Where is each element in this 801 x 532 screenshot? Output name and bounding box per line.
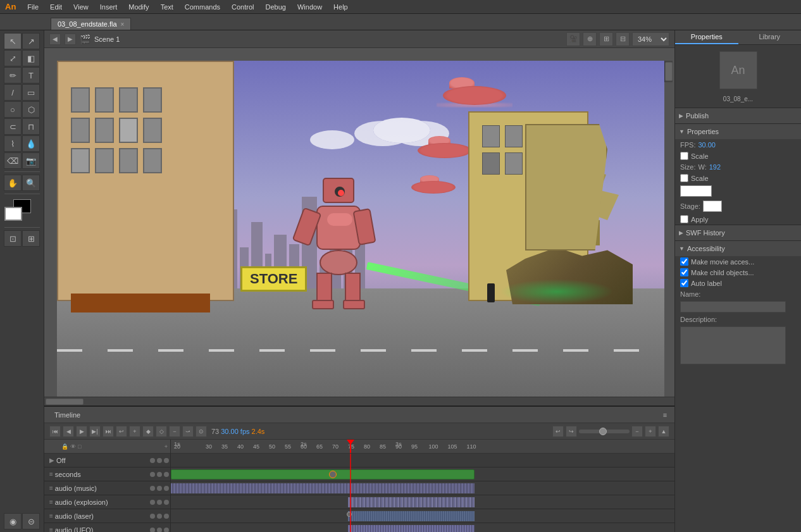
step-forward-btn[interactable]: ▶| <box>89 426 101 437</box>
width-value[interactable]: 192 <box>709 163 721 171</box>
vertical-scrollbar[interactable] <box>664 61 673 82</box>
main-layout: ↖ ↗ ⤢ ◧ ✏ T / ▭ ○ ⬡ ⊂ ⊓ ⌇ 💧 ⌫ 📷 <box>0 30 801 532</box>
layer-audio-music[interactable]: ≡ audio (music) <box>44 481 170 495</box>
layer-seconds[interactable]: ≡ seconds <box>44 467 170 481</box>
onion-btn[interactable]: ⊙ <box>196 426 207 437</box>
auto-label-checkbox[interactable] <box>680 279 688 287</box>
accessibility-section-header[interactable]: ▼ Accessibility <box>675 241 801 256</box>
go-to-last-frame-btn[interactable]: ⏭ <box>102 426 114 437</box>
timeline-options-btn[interactable]: ▲ <box>658 426 669 437</box>
accessibility-arrow-icon: ▼ <box>679 245 685 252</box>
scale-checkbox-1[interactable] <box>680 152 688 160</box>
menu-file[interactable]: File <box>22 2 44 12</box>
tween-btn[interactable]: ⤻ <box>182 426 194 437</box>
go-to-first-frame-btn[interactable]: ⏮ <box>49 426 61 437</box>
stage-swatch[interactable] <box>703 201 722 212</box>
stage-container[interactable]: STORE <box>44 48 674 397</box>
scale-checkbox-2[interactable] <box>680 174 688 182</box>
clip-btn[interactable]: ⊟ <box>616 32 630 46</box>
smooth-tool[interactable]: ⊞ <box>22 230 40 247</box>
layer-off[interactable]: ▶ Off <box>44 454 170 467</box>
play-btn[interactable]: ▶ <box>76 426 87 437</box>
description-textarea[interactable] <box>680 326 786 364</box>
add-blank-keyframe-btn[interactable]: ◇ <box>156 426 167 437</box>
center-stage-btn[interactable]: ⊞ <box>599 32 613 46</box>
make-child-checkbox[interactable] <box>680 268 688 276</box>
gradient-tool[interactable]: ◧ <box>22 50 40 66</box>
menu-window[interactable]: Window <box>292 2 327 12</box>
desc-label: Description: <box>680 316 717 323</box>
timeline-collapse-btn[interactable]: ≡ <box>661 411 669 419</box>
oval-tool[interactable]: ○ <box>4 101 22 118</box>
eyedropper-tool[interactable]: 💧 <box>22 135 40 152</box>
layer-audio-ufo[interactable]: ≡ audio (UFO) <box>44 523 170 532</box>
camera-icon[interactable]: 🎥 <box>566 32 580 46</box>
zoom-tool[interactable]: 🔍 <box>22 175 40 191</box>
apply-checkbox[interactable] <box>680 215 688 223</box>
fill-color-swatch[interactable] <box>4 207 22 221</box>
menu-commands[interactable]: Commands <box>180 2 225 12</box>
add-layer-btn[interactable]: + <box>165 443 168 450</box>
text-tool[interactable]: T <box>22 67 40 84</box>
stage-color-swatch[interactable] <box>680 185 712 197</box>
camera-tool[interactable]: 📷 <box>22 152 40 169</box>
eraser-tool[interactable]: ⌫ <box>4 152 22 169</box>
menu-control[interactable]: Control <box>227 2 259 12</box>
snap-tool[interactable]: ⊡ <box>4 230 22 247</box>
name-input[interactable] <box>680 301 786 312</box>
remove-frame-btn[interactable]: − <box>169 426 180 437</box>
undo-btn[interactable]: ↩ <box>552 426 564 437</box>
nav-back-btn[interactable]: ◀ <box>49 34 61 45</box>
step-back-btn[interactable]: ◀ <box>63 426 74 437</box>
line-tool[interactable]: / <box>4 84 22 101</box>
layer-audio-explosion[interactable]: ≡ audio (explosion) <box>44 495 170 509</box>
publish-section-header[interactable]: ▶ Publish <box>675 108 801 123</box>
add-keyframe-btn[interactable]: ◆ <box>142 426 154 437</box>
free-transform-tool[interactable]: ⤢ <box>4 50 22 66</box>
layer-ufo-dot2 <box>157 528 162 533</box>
layer-audio-laser[interactable]: ≡ audio (laser) <box>44 509 170 523</box>
nav-forward-btn[interactable]: ▶ <box>65 34 76 45</box>
zoom-slider[interactable] <box>579 430 630 433</box>
ruler-tick-110: 110 <box>466 443 476 450</box>
frames-area[interactable]: 20 30 35 40 45 50 55 60 65 70 75 <box>171 440 674 532</box>
paint-bucket-tool[interactable]: ⊓ <box>22 118 40 135</box>
hand-tool[interactable]: ✋ <box>4 175 22 191</box>
subselection-tool[interactable]: ↗ <box>22 33 40 49</box>
fps-value[interactable]: 30.00 <box>698 141 716 149</box>
horizontal-scrollbar[interactable] <box>44 397 674 405</box>
asset-tool-2[interactable]: ⊝ <box>22 513 40 529</box>
tab-close-btn[interactable]: × <box>121 21 125 28</box>
scale-label-1: Scale <box>691 152 709 160</box>
file-tab[interactable]: 03_08_endstate.fla × <box>51 18 131 30</box>
menu-text[interactable]: Text <box>156 2 178 12</box>
tab-library[interactable]: Library <box>738 30 802 44</box>
brush-tool[interactable]: ⊂ <box>4 118 22 135</box>
menu-help[interactable]: Help <box>328 2 353 12</box>
menu-modify[interactable]: Modify <box>123 2 154 12</box>
selection-tool[interactable]: ↖ <box>4 33 22 49</box>
ink-tool[interactable]: ⌇ <box>4 135 22 152</box>
timeline-tab[interactable]: Timeline <box>49 410 85 420</box>
menu-debug[interactable]: Debug <box>261 2 291 12</box>
pin-icon[interactable]: ⊕ <box>583 32 597 46</box>
add-frame-btn[interactable]: + <box>129 426 140 437</box>
zoom-out-btn[interactable]: − <box>631 426 643 437</box>
pencil-tool[interactable]: ✏ <box>4 67 22 84</box>
properties-section-header[interactable]: ▼ Properties <box>675 124 801 139</box>
asset-tool-1[interactable]: ◉ <box>4 513 22 529</box>
menu-edit[interactable]: Edit <box>45 2 67 12</box>
rectangle-tool[interactable]: ▭ <box>22 84 40 101</box>
swf-section-header[interactable]: ▶ SWF History <box>675 225 801 240</box>
layer-audio-music-icon: ≡ <box>49 485 53 492</box>
tab-properties[interactable]: Properties <box>675 30 738 44</box>
zoom-in-btn[interactable]: + <box>645 426 656 437</box>
redo-btn[interactable]: ↪ <box>566 426 577 437</box>
loop-btn[interactable]: ↩ <box>116 426 127 437</box>
road-line <box>57 349 664 352</box>
poly-tool[interactable]: ⬡ <box>22 101 40 118</box>
menu-insert[interactable]: Insert <box>95 2 123 12</box>
make-accessible-checkbox[interactable] <box>680 257 688 266</box>
zoom-select[interactable]: 34% 25% 50% 75% 100% <box>632 32 669 46</box>
menu-view[interactable]: View <box>68 2 94 12</box>
